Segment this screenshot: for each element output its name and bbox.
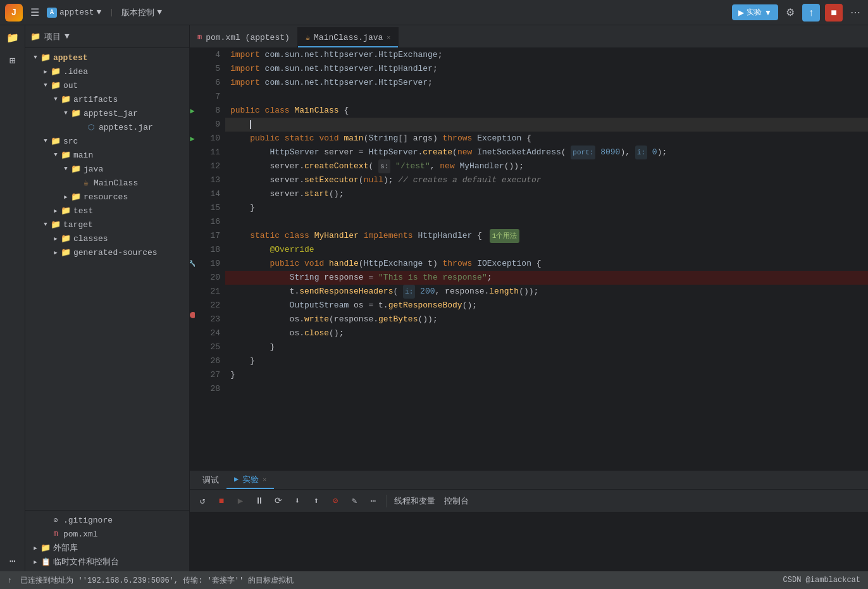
tree-item-target[interactable]: ▼ 📁 target xyxy=(25,218,189,232)
folder-icon: 📁 xyxy=(40,543,51,553)
tree-item-idea[interactable]: ▶ 📁 .idea xyxy=(25,65,189,78)
tree-item-main[interactable]: ▼ 📁 main xyxy=(25,148,189,162)
stop-btn[interactable]: ■ xyxy=(825,4,843,22)
bottom-content[interactable] xyxy=(190,512,868,571)
bottom-tab-experiment[interactable]: ▶ 实验 ✕ xyxy=(226,471,274,489)
line-numbers: 4 5 6 7 8 9 10 11 12 13 14 15 16 17 18 1… xyxy=(195,48,225,470)
code-line-6: import com.sun.net.httpserver.HttpServer… xyxy=(225,76,868,90)
vcs-selector[interactable]: 版本控制 ▼ xyxy=(121,7,162,18)
code-line-17: static class MyHandler implements HttpHa… xyxy=(225,229,868,243)
tree-item-apptest-jar[interactable]: ⬡ apptest.jar xyxy=(25,120,189,134)
folder-icon: 📁 xyxy=(51,80,61,90)
gutter-7 xyxy=(190,90,195,104)
folder-icon: 📁 xyxy=(61,206,71,216)
folder-icon: 📁 xyxy=(61,233,71,244)
logo-text: J xyxy=(11,8,16,18)
code-line-18: @Override xyxy=(225,243,868,257)
tree-label: MainClass xyxy=(94,178,138,188)
tree-item-resources[interactable]: ▶ 📁 resources xyxy=(25,190,189,204)
tree-item-apptest-jar-folder[interactable]: ▼ 📁 apptest_jar xyxy=(25,106,189,120)
folder-icon: 📁 xyxy=(71,164,81,174)
tree-item-apptest[interactable]: ▼ 📁 apptest xyxy=(25,51,189,65)
hamburger-menu[interactable]: ☰ xyxy=(28,4,42,22)
tree-label: apptest xyxy=(53,53,88,63)
stop-debug-btn[interactable]: ■ xyxy=(214,493,229,509)
step-into-btn[interactable]: ⬇ xyxy=(290,493,305,509)
chevron xyxy=(40,529,51,539)
tree-item-pomxml[interactable]: m pom.xml xyxy=(25,527,189,541)
resume-btn[interactable]: ▶ xyxy=(233,493,248,509)
tree-item-mainclass[interactable]: ☕ MainClass xyxy=(25,176,189,190)
ln-21: 21 xyxy=(200,285,220,299)
project-selector[interactable]: A apptest ▼ xyxy=(47,8,101,18)
up-arrow-icon: ↑ xyxy=(8,576,12,585)
bottom-tab-close[interactable]: ✕ xyxy=(263,476,266,483)
tree-label: generated-sources xyxy=(73,248,158,257)
tree-item-classes[interactable]: ▶ 📁 classes xyxy=(25,232,189,245)
code-editor[interactable]: ▶ ▶ 🔧 xyxy=(190,48,868,470)
code-line-19: public void handle ( HttpExchange t) thr… xyxy=(225,257,868,271)
code-content[interactable]: import com.sun.net.httpserver.HttpExchan… xyxy=(225,48,868,470)
project-dropdown-icon: ▼ xyxy=(97,8,102,17)
sidebar-icon-structure[interactable]: ⊞ xyxy=(3,51,23,71)
git-commit-btn[interactable]: ↑ xyxy=(802,4,820,22)
gutter-6 xyxy=(190,76,195,90)
tree-item-temp[interactable]: ▶ 📋 临时文件和控制台 xyxy=(25,555,189,569)
pause-btn[interactable]: ⏸ xyxy=(252,493,267,509)
step-out-btn[interactable]: ⬆ xyxy=(309,493,324,509)
threads-vars-btn[interactable]: 线程和变量 xyxy=(392,495,438,507)
bottom-tabs: 调试 ▶ 实验 ✕ xyxy=(190,471,868,490)
app-logo: J xyxy=(5,4,23,22)
ln-11: 11 xyxy=(200,146,220,159)
code-line-22: OutputStream os = t. getResponseBody (); xyxy=(225,299,868,313)
gutter-10: ▶ xyxy=(190,132,195,146)
console-btn[interactable]: 控制台 xyxy=(442,495,471,507)
run-config-label: 实验 xyxy=(747,7,762,18)
ln-25: 25 xyxy=(200,340,220,354)
tab-mainclass[interactable]: ☕ MainClass.java ✕ xyxy=(298,27,399,47)
tree-item-external-libs[interactable]: ▶ 📁 外部库 xyxy=(25,541,189,555)
gutter-24 xyxy=(190,400,195,414)
tree-item-java[interactable]: ▼ 📁 java xyxy=(25,162,189,176)
tabs-bar: m pom.xml (apptest) ☕ MainClass.java ✕ xyxy=(190,25,868,48)
file-tree-footer: ⊘ .gitignore m pom.xml ▶ 📁 外部库 ▶ 📋 临时文件和… xyxy=(25,510,189,571)
status-right: CSDN @iamblackcat xyxy=(783,576,860,585)
mute-breakpoints-btn[interactable]: ⊘ xyxy=(328,493,343,509)
sidebar-icon-more[interactable]: ⋯ xyxy=(3,551,23,571)
code-line-21: t. sendResponseHeaders ( i: 200 , respon… xyxy=(225,285,868,299)
more-options-btn[interactable]: ⋯ xyxy=(848,4,863,21)
tree-item-src[interactable]: ▼ 📁 src xyxy=(25,134,189,148)
run-config-btn[interactable]: ▶ 实验 ▼ xyxy=(732,4,778,20)
ln-23: 23 xyxy=(200,313,220,326)
sidebar-icons: 📁 ⊞ ⋯ xyxy=(0,25,25,571)
step-over-btn[interactable]: ⟳ xyxy=(271,493,286,509)
chevron: ▼ xyxy=(51,150,61,160)
tree-item-gitignore[interactable]: ⊘ .gitignore xyxy=(25,513,189,527)
restart-btn[interactable]: ↺ xyxy=(195,493,210,509)
ln-6: 6 xyxy=(200,76,220,90)
more-btn[interactable]: ⋯ xyxy=(366,493,381,509)
bottom-tab-debug[interactable]: 调试 xyxy=(195,471,226,489)
file-tree-header[interactable]: 📁 项目 ▼ xyxy=(25,25,189,48)
tree-item-artifacts[interactable]: ▼ 📁 artifacts xyxy=(25,92,189,106)
tree-item-generated-sources[interactable]: ▶ 📁 generated-sources xyxy=(25,245,189,259)
tree-item-out[interactable]: ▼ 📁 out xyxy=(25,78,189,92)
java-file-icon: ☕ xyxy=(81,178,91,188)
tab-close-btn[interactable]: ✕ xyxy=(387,34,390,41)
edit-btn[interactable]: ✎ xyxy=(347,493,362,509)
code-line-13: server. setExecutor ( null ); // creates… xyxy=(225,173,868,187)
tree-label: target xyxy=(63,220,93,230)
toolbar-sep xyxy=(386,495,387,507)
tab-pom[interactable]: m pom.xml (apptest) xyxy=(190,27,298,47)
gutter-26 xyxy=(190,428,195,442)
sidebar-icon-project[interactable]: 📁 xyxy=(3,28,23,48)
gutter-9 xyxy=(190,118,195,132)
code-line-4: import com.sun.net.httpserver.HttpExchan… xyxy=(225,48,868,62)
build-btn[interactable]: ⚙ xyxy=(783,4,797,21)
vcs-dropdown-icon: ▼ xyxy=(157,8,162,17)
chevron: ▼ xyxy=(61,164,71,174)
tree-item-test[interactable]: ▶ 📁 test xyxy=(25,204,189,218)
ln-19: 19 xyxy=(200,257,220,271)
topbar-right: ▶ 实验 ▼ ⚙ ↑ ■ ⋯ xyxy=(732,4,863,22)
file-tree-content[interactable]: ▼ 📁 apptest ▶ 📁 .idea ▼ 📁 out ▼ 📁 artifa… xyxy=(25,48,189,510)
